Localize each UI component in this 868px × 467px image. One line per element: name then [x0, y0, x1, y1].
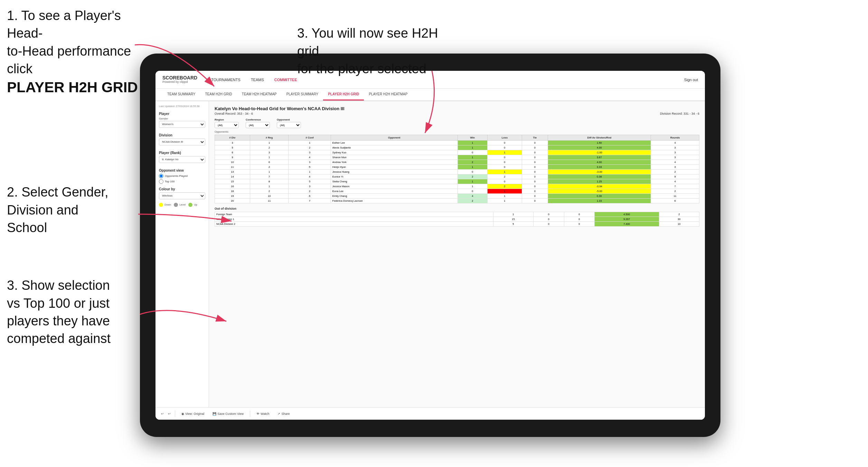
- tablet-screen: SCOREBOARD Powered by clippd TOURNAMENTS…: [155, 71, 705, 420]
- subnav-player-summary[interactable]: PLAYER SUMMARY: [282, 89, 323, 101]
- redo-icon[interactable]: ↩: [168, 412, 171, 416]
- overall-record: Overall Record: 353 - 34 - 6: [215, 112, 253, 115]
- nav-links: TOURNAMENTS TEAMS COMMITTEE: [211, 78, 684, 82]
- th-reg: # Reg: [250, 135, 288, 141]
- player-rank-label: Player (Rank): [159, 151, 205, 155]
- th-win: Win: [457, 135, 487, 141]
- table-row: 16 1 3 Jessica Mason 1 2 0 -0.94 7: [215, 184, 699, 189]
- legend-up: Up: [188, 203, 197, 207]
- table-row: 10 6 3 Andrea York 2 0 0 4.00 4: [215, 160, 699, 165]
- opponent-view-label: Opponent view: [159, 169, 205, 172]
- subnav-team-summary[interactable]: TEAM SUMMARY: [162, 89, 200, 101]
- ood-table-row: NCAA Division 2 5 0 0 7.400 10: [215, 222, 699, 227]
- dot-down: [159, 203, 163, 207]
- radio-top100[interactable]: Top 100: [159, 179, 205, 184]
- th-loss: Loss: [487, 135, 522, 141]
- watch-icon: 👁: [256, 412, 260, 416]
- th-div: # Div: [215, 135, 250, 141]
- toolbar-sep-1: [175, 411, 175, 417]
- save-custom-btn[interactable]: 💾 Save Custom View: [210, 411, 246, 416]
- opponents-label: Opponents:: [215, 130, 699, 133]
- colour-section: Colour by Win/loss Down Level: [159, 187, 205, 207]
- th-rounds: Rounds: [651, 135, 699, 141]
- th-diff: Diff Av Strokes/Rnd: [548, 135, 651, 141]
- out-of-division-title: Out of division: [215, 207, 699, 210]
- share-icon: ↗: [277, 412, 280, 416]
- nav-tournaments[interactable]: TOURNAMENTS: [211, 78, 240, 82]
- radio-opponents-played[interactable]: Opponents Played: [159, 174, 205, 178]
- colour-select[interactable]: Win/loss: [159, 192, 205, 199]
- ood-table-row: Foreign Team 1 0 0 4.500 2: [215, 212, 699, 217]
- colour-label: Colour by: [159, 187, 205, 191]
- dot-up: [188, 203, 192, 207]
- table-row: 6 3 3 Sydney Kuo 0 1 0 -1.00 3: [215, 150, 699, 155]
- filter-section: Region (All) Conference (All) Opponent: [215, 118, 699, 128]
- logo-sub: Powered by clippd: [162, 80, 197, 84]
- sidebar: Last Updated: 27/03/2024 16:55:38 Player…: [155, 101, 209, 407]
- conference-filter: Conference (All): [246, 118, 270, 128]
- opponent-select[interactable]: (All): [277, 122, 301, 128]
- subnav-player-h2h-grid[interactable]: PLAYER H2H GRID: [323, 89, 364, 101]
- undo-icon[interactable]: ↩: [161, 412, 164, 416]
- legend-level: Level: [174, 203, 186, 207]
- nav-teams[interactable]: TEAMS: [251, 78, 264, 82]
- tablet-device: SCOREBOARD Powered by clippd TOURNAMENTS…: [140, 54, 720, 437]
- region-select[interactable]: (All): [215, 122, 239, 128]
- table-row: 20 11 7 Federica Domecq Lacroze 2 1 0 1.…: [215, 199, 699, 203]
- record-row: Overall Record: 353 - 34 - 6 Division Re…: [215, 112, 699, 115]
- instruction-bottom-left: 3. Show selection vs Top 100 or just pla…: [7, 259, 111, 347]
- logo-text: SCOREBOARD: [162, 75, 197, 80]
- dot-level: [174, 203, 178, 207]
- table-row: 3 1 1 Esther Lee 1 0 0 1.50 4: [215, 141, 699, 145]
- out-of-division-table: Foreign Team 1 0 0 4.500 2 NAIA Division…: [215, 212, 699, 227]
- opponent-radio-group: Opponents Played Top 100: [159, 174, 205, 184]
- player-rank-select[interactable]: 8. Katelyn Vo: [159, 156, 205, 163]
- last-updated: Last Updated: 27/03/2024 16:55:38: [159, 105, 205, 108]
- bottom-toolbar: ↩ ↩ ◉ View: Original 💾 Save Custom View …: [155, 407, 705, 420]
- table-row: 18 2 2 Euna Lee 0 1 0 -5.00 2: [215, 189, 699, 194]
- save-icon: 💾: [213, 412, 216, 416]
- division-record: Division Record: 331 - 34 - 6: [660, 112, 699, 115]
- gender-select[interactable]: Women's: [159, 121, 205, 128]
- table-row: 14 7 4 Eunice Yi 2 2 0 0.38 9: [215, 174, 699, 179]
- gender-label: Gender: [159, 117, 205, 120]
- table-row: 15 8 5 Stella Cheng 1 0 0 1.25 4: [215, 179, 699, 184]
- subnav-team-h2h-heatmap[interactable]: TEAM H2H HEATMAP: [237, 89, 282, 101]
- th-conf: # Conf: [289, 135, 331, 141]
- table-row: 19 10 6 Emily Chang 4 1 0 0.30 11: [215, 194, 699, 199]
- data-area: Katelyn Vo Head-to-Head Grid for Women's…: [209, 101, 705, 407]
- instruction-top-right: 3. You will now see H2H grid for the pla…: [297, 7, 463, 78]
- player-section-title: Player: [159, 112, 205, 116]
- division-label: Division: [159, 133, 205, 137]
- subnav-player-h2h-heatmap[interactable]: PLAYER H2H HEATMAP: [364, 89, 412, 101]
- opponent-filter: Opponent (All): [277, 118, 301, 128]
- toolbar-sep-2: [250, 411, 250, 417]
- legend-down: Down: [159, 203, 171, 207]
- watch-btn[interactable]: 👁 Watch: [254, 411, 271, 416]
- h2h-table: # Div # Reg # Conf Opponent Win Loss Tie…: [215, 135, 699, 203]
- view-original-btn[interactable]: ◉ View: Original: [179, 411, 206, 416]
- colour-legend: Down Level Up: [159, 203, 205, 207]
- share-btn[interactable]: ↗ Share: [275, 411, 292, 416]
- table-row: 5 2 2 Alexis Sudjianto 1 0 0 4.00 3: [215, 145, 699, 150]
- table-row: 9 1 4 Sharon Mun 1 0 0 3.67 3: [215, 155, 699, 160]
- th-tie: Tie: [522, 135, 548, 141]
- division-select[interactable]: NCAA Division III: [159, 139, 205, 145]
- region-filter: Region (All): [215, 118, 239, 128]
- th-opponent: Opponent: [331, 135, 457, 141]
- table-row: 11 2 5 Heejo Hyun 1 0 0 3.33 3: [215, 165, 699, 170]
- main-content: Last Updated: 27/03/2024 16:55:38 Player…: [155, 101, 705, 407]
- sub-nav: TEAM SUMMARY TEAM H2H GRID TEAM H2H HEAT…: [155, 89, 705, 101]
- sign-out[interactable]: Sign out: [684, 78, 698, 82]
- conference-select[interactable]: (All): [246, 122, 270, 128]
- ood-table-row: NAIA Division 1 15 0 0 9.267 30: [215, 217, 699, 222]
- nav-committee[interactable]: COMMITTEE: [274, 78, 297, 82]
- nav-logo: SCOREBOARD Powered by clippd: [162, 75, 197, 84]
- instruction-mid-left: 2. Select Gender, Division and School: [7, 166, 108, 237]
- opponent-view: Opponent view Opponents Played Top 100: [159, 169, 205, 184]
- h2h-title: Katelyn Vo Head-to-Head Grid for Women's…: [215, 106, 699, 111]
- subnav-team-h2h-grid[interactable]: TEAM H2H GRID: [200, 89, 237, 101]
- instruction-top-left: 1. To see a Player's Head- to-Head perfo…: [7, 7, 138, 97]
- view-icon: ◉: [181, 412, 184, 416]
- table-row: 13 1 1 Jessica Huang 0 1 0 -3.00 2: [215, 170, 699, 174]
